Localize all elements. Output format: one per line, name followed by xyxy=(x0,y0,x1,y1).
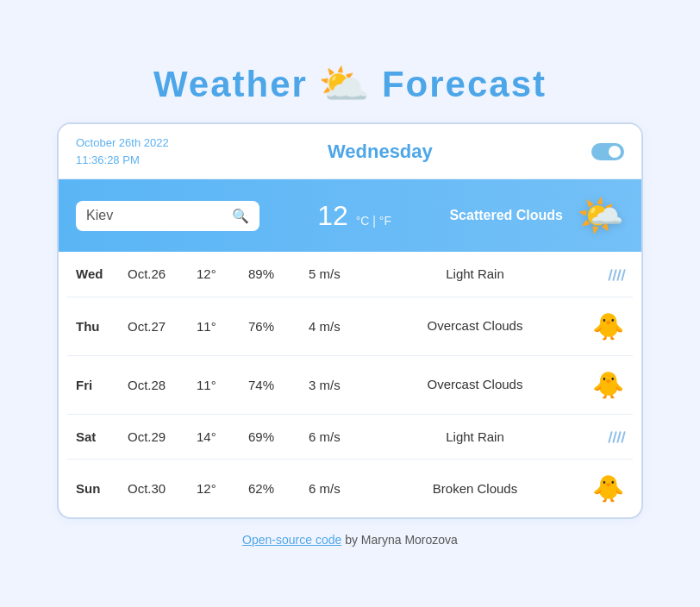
search-box: 🔍 xyxy=(76,201,259,231)
rain-icon xyxy=(609,267,624,281)
forecast-temp: 14° xyxy=(197,429,248,444)
card-header: October 26th 2022 11:36:28 PM Wednesday xyxy=(59,124,641,179)
forecast-date: Oct.26 xyxy=(128,266,197,281)
unit-separator: | xyxy=(372,214,379,228)
forecast-date: Oct.30 xyxy=(128,481,197,496)
city-search-input[interactable] xyxy=(86,208,225,223)
duck-icon: 🐥 xyxy=(592,473,624,504)
title-forecast: Forecast xyxy=(382,64,547,105)
forecast-description: Light Rain xyxy=(378,429,572,446)
forecast-row: Sun Oct.30 12° 62% 6 m/s Broken Clouds 🐥 xyxy=(67,460,633,517)
forecast-humidity: 62% xyxy=(248,481,309,496)
forecast-description: Light Rain xyxy=(378,266,572,283)
forecast-description: Broken Clouds xyxy=(378,480,572,497)
forecast-wind: 4 m/s xyxy=(309,319,378,334)
title-icon: ⛅ xyxy=(318,60,372,109)
forecast-icon: 🐥 xyxy=(572,370,624,400)
forecast-day: Sun xyxy=(76,481,128,496)
forecast-list: Wed Oct.26 12° 89% 5 m/s Light Rain Thu … xyxy=(59,252,641,517)
forecast-icon xyxy=(572,429,624,443)
weather-banner: 🔍 12 °C | °F Scattered Clouds 🌤️ xyxy=(59,179,641,252)
current-day: Wednesday xyxy=(328,141,433,163)
forecast-temp: 11° xyxy=(197,319,248,334)
page-title: Weather ⛅ Forecast xyxy=(153,60,547,109)
rain-icon xyxy=(609,429,624,443)
forecast-description: Overcast Clouds xyxy=(378,376,572,393)
duck-icon: 🐥 xyxy=(592,311,624,341)
forecast-wind: 6 m/s xyxy=(309,429,378,444)
forecast-humidity: 69% xyxy=(248,429,309,444)
current-time: 11:36:28 PM xyxy=(76,152,169,169)
forecast-description: Overcast Clouds xyxy=(378,317,572,335)
current-weather-description: Scattered Clouds xyxy=(449,207,563,225)
forecast-wind: 5 m/s xyxy=(309,266,378,281)
forecast-temp: 11° xyxy=(197,378,248,392)
current-date: October 26th 2022 xyxy=(76,135,169,152)
forecast-icon: 🐥 xyxy=(572,473,624,504)
rain-lines xyxy=(609,431,624,443)
forecast-date: Oct.29 xyxy=(128,429,197,444)
footer: Open-source code by Maryna Morozova xyxy=(242,533,458,547)
forecast-row: Sat Oct.29 14° 69% 6 m/s Light Rain xyxy=(67,415,633,460)
current-weather-icon: 🌤️ xyxy=(577,193,624,238)
duck-icon: 🐥 xyxy=(592,370,624,400)
forecast-day: Thu xyxy=(76,319,128,334)
forecast-icon xyxy=(572,267,624,281)
celsius-unit: °C xyxy=(356,214,370,228)
title-weather: Weather xyxy=(153,64,308,105)
open-source-link[interactable]: Open-source code xyxy=(242,533,341,547)
temperature-display: 12 °C | °F xyxy=(273,200,436,232)
forecast-wind: 3 m/s xyxy=(309,378,378,392)
toggle-button[interactable] xyxy=(591,143,624,160)
forecast-temp: 12° xyxy=(197,266,248,281)
forecast-row: Wed Oct.26 12° 89% 5 m/s Light Rain xyxy=(67,252,633,297)
footer-text: by Maryna Morozova xyxy=(341,533,458,547)
header-date-time: October 26th 2022 11:36:28 PM xyxy=(76,135,169,168)
rain-line xyxy=(621,269,626,281)
search-icon[interactable]: 🔍 xyxy=(232,208,249,224)
forecast-date: Oct.27 xyxy=(128,319,197,334)
temp-units: °C | °F xyxy=(356,214,391,228)
forecast-day: Wed xyxy=(76,266,128,281)
forecast-humidity: 89% xyxy=(248,266,309,281)
rain-line xyxy=(621,431,626,443)
forecast-row: Thu Oct.27 11° 76% 4 m/s Overcast Clouds… xyxy=(67,297,633,356)
forecast-humidity: 76% xyxy=(248,319,309,334)
temp-value: 12 xyxy=(317,200,348,231)
forecast-wind: 6 m/s xyxy=(309,481,378,496)
weather-card: October 26th 2022 11:36:28 PM Wednesday … xyxy=(57,122,643,519)
forecast-humidity: 74% xyxy=(248,378,309,392)
forecast-day: Fri xyxy=(76,378,128,392)
forecast-row: Fri Oct.28 11° 74% 3 m/s Overcast Clouds… xyxy=(67,356,633,415)
forecast-date: Oct.28 xyxy=(128,378,197,392)
forecast-temp: 12° xyxy=(197,481,248,496)
forecast-day: Sat xyxy=(76,429,128,444)
forecast-icon: 🐥 xyxy=(572,311,624,341)
rain-lines xyxy=(609,269,624,281)
toggle-indicator xyxy=(609,146,621,158)
fahrenheit-unit: °F xyxy=(379,214,391,228)
